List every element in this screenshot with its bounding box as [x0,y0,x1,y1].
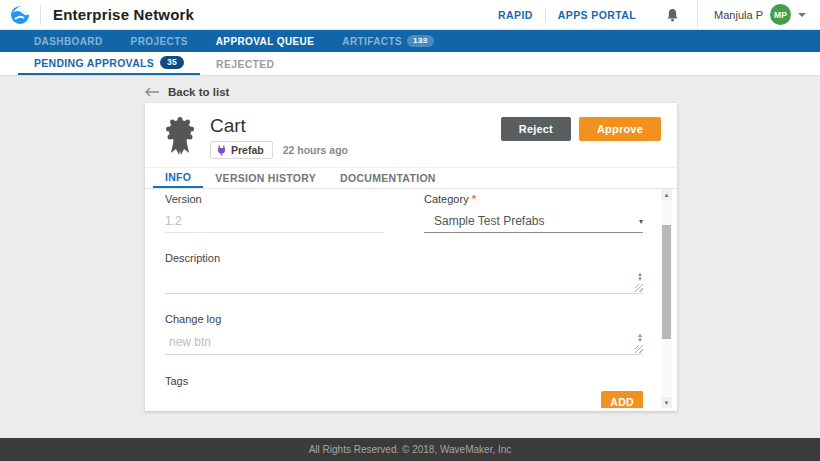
changelog-label: Change log [165,313,643,325]
user-menu[interactable]: Manjula P MP [697,0,820,29]
scrollbar-thumb[interactable] [662,225,671,339]
description-label: Description [165,252,643,264]
pending-count-badge: 35 [160,56,184,69]
info-form: Version 1.2 Category * Sample Test Prefa… [145,189,677,408]
select-caret-icon: ▾ [639,217,643,226]
category-label: Category * [424,193,643,205]
resize-grip-icon[interactable] [635,284,643,292]
tab-pending-approvals[interactable]: PENDING APPROVALS 35 [18,52,200,75]
description-textarea[interactable]: ▲▼ [165,270,643,294]
secondary-nav: PENDING APPROVALS 35 REJECTED [0,52,820,76]
notifications-button[interactable] [648,8,697,22]
avatar: MP [770,4,791,25]
tags-label: Tags [165,375,643,387]
back-to-list-link[interactable]: Back to list [145,86,229,98]
prefab-plug-icon [217,145,226,156]
apps-portal-link[interactable]: APPS PORTAL [546,9,648,21]
changelog-textarea[interactable]: new btn ▲▼ [165,331,643,355]
reject-button[interactable]: Reject [501,117,571,141]
textarea-scroll-arrows-icon: ▲▼ [637,333,643,343]
primary-nav: DASHBOARD PROJECTS APPROVAL QUEUE ARTIFA… [0,30,820,52]
form-scrollbar[interactable]: ▲ ▼ [661,189,672,408]
app-title: Enterprise Network [53,6,194,23]
bell-icon [666,8,679,22]
timestamp: 22 hours ago [283,144,348,156]
artifact-title: Cart [210,115,348,137]
resize-grip-icon[interactable] [635,345,643,353]
approval-detail-card: Cart Prefab 22 hours ago Reject Approve [145,103,677,411]
textarea-scroll-arrows-icon: ▲▼ [637,272,643,282]
category-select[interactable]: Sample Test Prefabs ▾ [424,214,643,233]
approve-button[interactable]: Approve [579,117,661,141]
wavemaker-logo-icon [0,5,40,25]
card-tabs: INFO VERSION HISTORY DOCUMENTATION [145,167,677,189]
back-arrow-icon [145,87,159,97]
nav-item-approval-queue[interactable]: APPROVAL QUEUE [202,30,329,52]
user-name: Manjula P [714,9,763,21]
scroll-down-icon[interactable]: ▼ [661,397,672,408]
chevron-down-icon [798,13,806,17]
version-label: Version [165,193,384,205]
header-divider [40,5,41,25]
tab-info[interactable]: INFO [153,168,203,188]
copyright-text: All Rights Reserved. © 2018, WaveMaker, … [309,444,512,455]
card-header: Cart Prefab 22 hours ago Reject Approve [145,103,677,167]
nav-item-projects[interactable]: PROJECTS [117,30,202,52]
tags-input[interactable] [165,393,591,408]
main-content: Back to list Cart [0,76,820,438]
tab-rejected[interactable]: REJECTED [200,52,290,75]
tab-documentation[interactable]: DOCUMENTATION [328,168,448,188]
artifacts-count-badge: 133 [407,35,434,47]
required-asterisk: * [472,193,476,205]
scroll-up-icon[interactable]: ▲ [661,189,672,200]
nav-item-artifacts[interactable]: ARTIFACTS 133 [328,30,447,52]
nav-item-dashboard[interactable]: DASHBOARD [20,30,117,52]
rapid-link[interactable]: RAPID [486,9,545,21]
tab-version-history[interactable]: VERSION HISTORY [203,168,328,188]
add-tag-button[interactable]: ADD [601,391,643,408]
page-footer: All Rights Reserved. © 2018, WaveMaker, … [0,438,820,461]
version-field[interactable]: 1.2 [165,214,384,233]
app-header: Enterprise Network RAPID APPS PORTAL Man… [0,0,820,30]
award-ribbon-icon [165,117,195,167]
prefab-type-chip: Prefab [210,141,273,159]
